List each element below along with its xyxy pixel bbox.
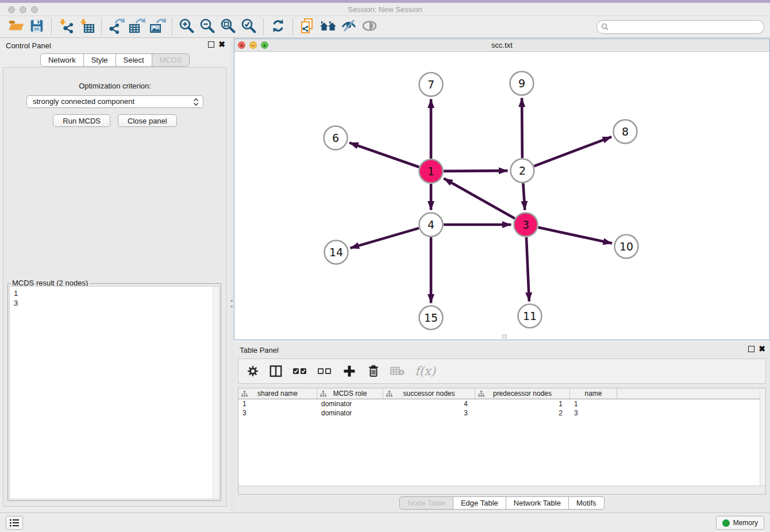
float-panel-icon[interactable] [208,41,214,48]
table-cell[interactable]: 2 [475,408,570,418]
zoom-fit-button[interactable] [218,18,238,36]
node-label: 11 [523,310,537,322]
hide-selected-button[interactable] [338,18,359,36]
search-input[interactable] [596,20,764,34]
node-10[interactable]: 10 [615,235,638,259]
save-session-button[interactable] [26,18,47,36]
node-15[interactable]: 15 [419,306,443,330]
node-3[interactable]: 3 [514,213,538,237]
table-vertical-scrollbar[interactable] [760,388,765,485]
houses-button[interactable] [318,18,338,36]
edge-2-3[interactable] [523,183,525,210]
node-1[interactable]: 1 [419,160,443,183]
network-canvas[interactable]: 1234678910111415 [234,52,769,340]
table-cell[interactable]: 3 [570,408,617,418]
tab-network-table[interactable]: Network Table [506,496,569,510]
close-panel-button[interactable]: Close panel [118,114,177,127]
memory-button[interactable]: Memory [716,516,764,530]
eye-slash-icon [340,17,357,37]
node-7[interactable]: 7 [419,73,443,97]
node-2[interactable]: 2 [511,159,534,183]
table-cell[interactable]: dominator [317,399,383,408]
node-8[interactable]: 8 [614,120,637,144]
export-network-button[interactable] [106,18,126,36]
optimization-criterion-dropdown[interactable]: strongly connected component [26,95,203,108]
edge-4-14[interactable] [350,228,418,248]
show-columns-button[interactable] [269,364,283,378]
tab-network[interactable]: Network [40,53,84,67]
network-view-window: × − + scc.txt 1234678910111415 [234,38,770,340]
import-network-button[interactable] [56,18,76,36]
select-all-button[interactable] [292,364,307,379]
node-4[interactable]: 4 [419,213,443,237]
table-cell[interactable]: 4 [383,399,475,408]
edge-3-11[interactable] [526,237,529,302]
zoom-out-icon [199,17,216,37]
node-label: 3 [522,218,529,231]
column-header-predecessor-nodes[interactable]: predecessor nodes [475,388,570,399]
export-image-button[interactable] [147,18,168,36]
edge-3-10[interactable] [538,228,612,244]
node-11[interactable]: 11 [518,304,542,328]
run-mcds-button[interactable]: Run MCDS [53,114,110,127]
show-all-button[interactable] [359,18,380,36]
tab-style[interactable]: Style [84,53,116,67]
import-table-button[interactable] [76,18,97,36]
import-network-icon [57,17,75,37]
search-container [596,20,764,34]
node-6[interactable]: 6 [324,126,348,150]
column-header-successor-nodes[interactable]: successor nodes [383,388,475,399]
node-label: 7 [428,78,434,91]
table-cell[interactable]: 1 [238,399,317,408]
splitter-grip [230,300,233,302]
table-cell[interactable]: 1 [570,399,617,408]
table-horizontal-scrollbar[interactable] [238,485,765,494]
network-window-title: scc.txt [234,41,769,49]
result-scrollbar[interactable] [213,287,219,499]
tab-node-table[interactable]: Node Table [399,496,453,510]
refresh-button[interactable] [268,18,288,36]
table-cell[interactable]: 3 [383,408,475,418]
houses-icon [319,17,337,37]
network-window-titlebar[interactable]: × − + scc.txt [234,39,769,52]
deselect-all-button[interactable] [317,364,332,379]
panel-splitter[interactable] [230,38,234,512]
tab-edge-table[interactable]: Edge Table [453,496,506,510]
table-cell[interactable]: dominator [317,408,383,418]
edge-1-6[interactable] [349,142,419,167]
main-titlebar: Session: New Session [0,3,770,16]
mcds-result-textarea[interactable]: 13 [9,286,220,499]
zoom-in-button[interactable] [176,18,197,36]
table-cell[interactable]: 1 [475,399,570,408]
checked-boxes-icon [292,364,307,379]
tab-motifs[interactable]: Motifs [569,496,605,510]
window-resize-handle[interactable] [502,334,507,338]
open-session-button[interactable] [6,18,26,36]
task-history-button[interactable] [6,516,23,530]
table-row[interactable]: 3dominator323 [238,408,765,418]
tab-mcds[interactable]: MCDS [152,53,190,67]
table-cell[interactable]: 3 [238,408,317,418]
zoom-out-button[interactable] [197,18,218,36]
node-9[interactable]: 9 [510,72,534,95]
node-14[interactable]: 14 [325,241,348,264]
float-table-panel-icon[interactable] [748,346,754,352]
clone-network-button[interactable] [297,18,318,36]
edge-3-1[interactable] [444,179,515,219]
export-table-button[interactable] [126,18,147,36]
column-header-name[interactable]: name [570,388,617,399]
table-settings-button[interactable] [247,365,259,377]
edge-2-9[interactable] [522,98,522,158]
close-panel-icon[interactable]: ✖ [218,41,225,48]
close-table-panel-icon[interactable]: ✖ [759,346,765,352]
delete-column-button[interactable] [367,364,380,379]
table-row[interactable]: 1dominator411 [238,399,765,408]
column-header-shared-name[interactable]: shared name [238,388,317,399]
edge-2-8[interactable] [534,137,612,166]
add-column-button[interactable] [342,364,357,379]
tab-select[interactable]: Select [116,53,152,67]
edge-1-2[interactable] [444,171,508,171]
zoom-selected-button[interactable] [238,18,259,36]
column-header-mcds-role[interactable]: MCDS role [317,388,383,399]
sort-tree-icon [478,391,484,397]
